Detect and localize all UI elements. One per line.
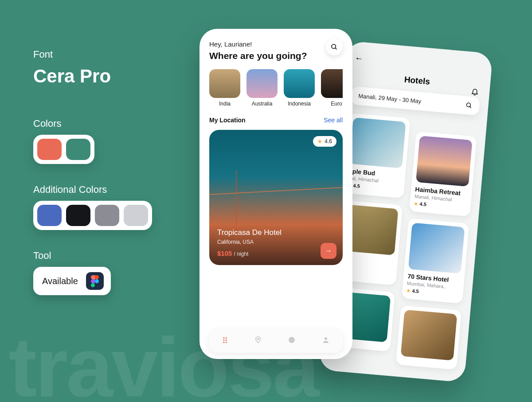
section-title: My Location bbox=[209, 117, 246, 124]
hotel-name: Tropicasa De Hotel bbox=[217, 228, 335, 237]
additional-color-swatches bbox=[33, 201, 152, 230]
hotel-image bbox=[408, 222, 465, 273]
destination-label: Euro bbox=[331, 101, 342, 107]
search-button[interactable] bbox=[326, 39, 343, 55]
destination-label: India bbox=[219, 101, 231, 107]
hotel-image bbox=[401, 310, 458, 361]
notifications-button[interactable] bbox=[470, 87, 479, 98]
hotel-card[interactable] bbox=[396, 305, 462, 370]
bottom-nav: ⠿ bbox=[209, 329, 343, 353]
bell-icon bbox=[470, 87, 479, 96]
swatch-add-2 bbox=[66, 205, 90, 226]
hotel-card[interactable]: pple Bud nali, Himachal ★4.5 bbox=[343, 113, 410, 198]
nav-chat-icon[interactable] bbox=[288, 336, 296, 346]
nav-home-icon[interactable]: ⠿ bbox=[222, 336, 228, 346]
svg-point-2 bbox=[257, 338, 259, 340]
nav-profile-icon[interactable] bbox=[322, 336, 330, 346]
destination-image bbox=[321, 69, 343, 98]
search-icon bbox=[331, 43, 338, 51]
destination-image bbox=[284, 69, 315, 98]
svg-line-1 bbox=[335, 48, 336, 49]
destination-australia[interactable]: Australia bbox=[246, 69, 278, 107]
destination-image bbox=[209, 69, 240, 98]
swatch-primary-2 bbox=[66, 139, 90, 160]
greeting-text: Hey, Lauriane! bbox=[209, 40, 343, 48]
hotel-card[interactable]: Haimba Retreat Manali, Himachal ★4.5 bbox=[409, 131, 477, 216]
price-unit: / night bbox=[234, 251, 249, 257]
price-amount: $105 bbox=[217, 250, 232, 257]
featured-hotel-card[interactable]: ★ 4.6 Tropicasa De Hotel California, USA… bbox=[209, 130, 343, 265]
back-button[interactable]: ← bbox=[354, 53, 364, 64]
destination-label: Indonesia bbox=[288, 101, 311, 107]
destination-label: Australia bbox=[252, 101, 273, 107]
headline: Where are you going? bbox=[209, 51, 343, 61]
svg-point-0 bbox=[332, 44, 336, 48]
tool-pill[interactable]: Available bbox=[33, 267, 111, 295]
hotel-location: California, USA bbox=[217, 239, 335, 245]
design-meta-panel: Font Cera Pro Colors Additional Colors T… bbox=[33, 49, 175, 295]
figma-icon bbox=[86, 272, 104, 290]
filter-text: Manali, 29 May - 30 May bbox=[358, 93, 422, 105]
arrow-right-icon: → bbox=[325, 247, 332, 255]
font-name: Cera Pro bbox=[33, 66, 175, 87]
destination-europe[interactable]: Euro bbox=[321, 69, 343, 107]
svg-point-5 bbox=[292, 340, 293, 340]
tool-label: Tool bbox=[33, 250, 175, 261]
hotel-price: $105 / night bbox=[217, 250, 335, 257]
home-screen: Hey, Lauriane! Where are you going? Indi… bbox=[200, 29, 352, 359]
hotel-image bbox=[349, 117, 406, 168]
hotel-image bbox=[416, 136, 473, 187]
font-label: Font bbox=[33, 49, 175, 60]
star-icon: ★ bbox=[317, 138, 322, 144]
nav-location-icon[interactable] bbox=[254, 336, 262, 346]
rating-badge: ★ 4.6 bbox=[313, 136, 336, 147]
primary-color-swatches bbox=[33, 135, 94, 164]
destinations-row[interactable]: India Australia Indonesia Euro bbox=[209, 69, 343, 107]
svg-line-9 bbox=[469, 106, 471, 108]
swatch-add-1 bbox=[37, 205, 62, 226]
search-filter-bar[interactable]: Manali, 29 May - 30 May bbox=[351, 86, 480, 115]
swatch-add-4 bbox=[124, 205, 148, 226]
svg-point-4 bbox=[290, 340, 291, 340]
go-button[interactable]: → bbox=[321, 243, 336, 259]
svg-point-7 bbox=[325, 337, 327, 340]
additional-colors-label: Additional Colors bbox=[33, 184, 175, 195]
swatch-add-3 bbox=[95, 205, 119, 226]
search-icon bbox=[466, 102, 473, 109]
destination-indonesia[interactable]: Indonesia bbox=[284, 69, 315, 107]
svg-point-6 bbox=[293, 340, 294, 340]
destination-image bbox=[246, 69, 278, 98]
destination-india[interactable]: India bbox=[209, 69, 240, 107]
tool-value: Available bbox=[42, 276, 78, 286]
rating-value: 4.6 bbox=[325, 138, 332, 144]
swatch-primary-1 bbox=[37, 139, 62, 160]
colors-label: Colors bbox=[33, 118, 175, 129]
see-all-link[interactable]: See all bbox=[324, 117, 343, 124]
hotel-card[interactable]: 70 Stars Hotel Mumbai, Mahara.. ★4.5 bbox=[402, 219, 469, 304]
